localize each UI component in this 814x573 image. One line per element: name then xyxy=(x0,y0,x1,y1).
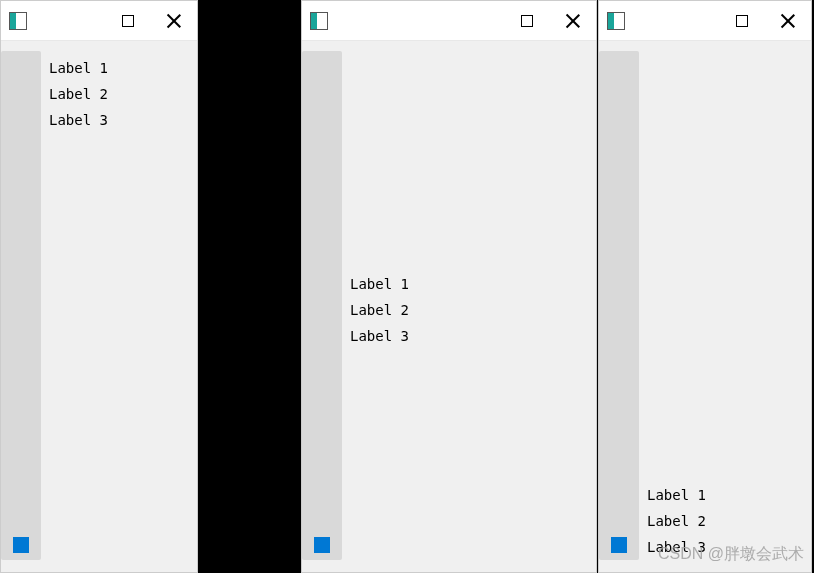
titlebar[interactable] xyxy=(599,1,811,41)
label-1: Label 1 xyxy=(350,271,409,297)
maximize-button[interactable] xyxy=(105,1,151,40)
close-button[interactable] xyxy=(765,1,811,40)
label-3: Label 3 xyxy=(647,534,706,560)
label-3: Label 3 xyxy=(350,323,409,349)
maximize-icon xyxy=(736,15,748,27)
window-1: Label 1Label 2Label 3 xyxy=(0,0,198,573)
close-icon xyxy=(781,14,795,28)
label-2: Label 2 xyxy=(49,81,108,107)
label-area: Label 1Label 2Label 3 xyxy=(639,41,811,572)
label-group: Label 1Label 2Label 3 xyxy=(49,55,108,133)
slider-track[interactable] xyxy=(302,51,342,560)
label-area: Label 1Label 2Label 3 xyxy=(41,41,197,572)
label-2: Label 2 xyxy=(647,508,706,534)
slider-handle[interactable] xyxy=(611,537,627,553)
label-2: Label 2 xyxy=(350,297,409,323)
label-1: Label 1 xyxy=(49,55,108,81)
slider-track[interactable] xyxy=(599,51,639,560)
window-2: Label 1Label 2Label 3 xyxy=(301,0,597,573)
label-group: Label 1Label 2Label 3 xyxy=(350,271,409,349)
label-area: Label 1Label 2Label 3 xyxy=(342,41,596,572)
slider-track[interactable] xyxy=(1,51,41,560)
maximize-icon xyxy=(122,15,134,27)
close-icon xyxy=(566,14,580,28)
label-1: Label 1 xyxy=(647,482,706,508)
close-button[interactable] xyxy=(550,1,596,40)
app-icon xyxy=(310,12,328,30)
vertical-slider[interactable] xyxy=(302,41,342,572)
client-area: Label 1Label 2Label 3 xyxy=(1,41,197,572)
titlebar[interactable] xyxy=(302,1,596,41)
maximize-button[interactable] xyxy=(504,1,550,40)
titlebar[interactable] xyxy=(1,1,197,41)
close-button[interactable] xyxy=(151,1,197,40)
vertical-slider[interactable] xyxy=(599,41,639,572)
maximize-icon xyxy=(521,15,533,27)
vertical-slider[interactable] xyxy=(1,41,41,572)
slider-handle[interactable] xyxy=(13,537,29,553)
client-area: Label 1Label 2Label 3 xyxy=(599,41,811,572)
label-3: Label 3 xyxy=(49,107,108,133)
maximize-button[interactable] xyxy=(719,1,765,40)
app-icon xyxy=(9,12,27,30)
window-3: Label 1Label 2Label 3 xyxy=(598,0,812,573)
client-area: Label 1Label 2Label 3 xyxy=(302,41,596,572)
close-icon xyxy=(167,14,181,28)
label-group: Label 1Label 2Label 3 xyxy=(647,482,706,560)
slider-handle[interactable] xyxy=(314,537,330,553)
app-icon xyxy=(607,12,625,30)
